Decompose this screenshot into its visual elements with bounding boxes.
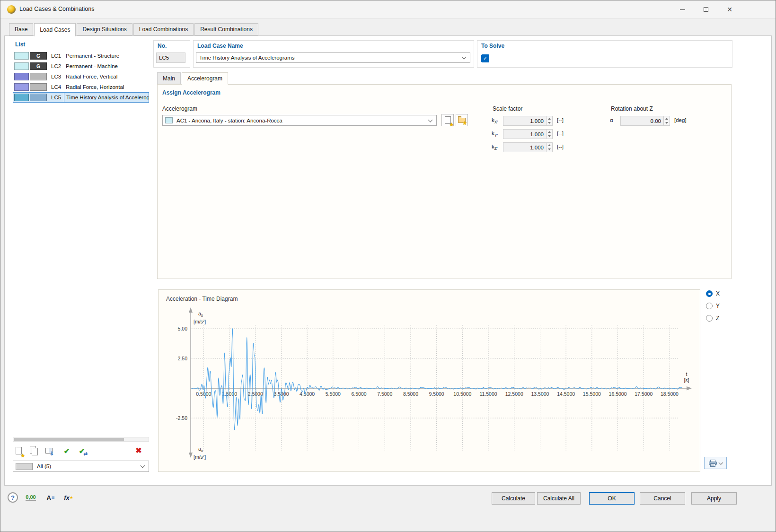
star-icon: ★ bbox=[70, 495, 73, 500]
ky-label: kY' bbox=[492, 131, 498, 138]
help-button[interactable]: ? bbox=[6, 491, 19, 504]
ky-spinner[interactable] bbox=[547, 129, 553, 139]
function-icon: fx bbox=[64, 494, 70, 501]
radio-y-label: Y bbox=[716, 303, 720, 309]
calculate-all-button[interactable]: Calculate All bbox=[537, 492, 581, 505]
new-accelerogram-button[interactable]: ★ bbox=[441, 114, 454, 126]
copy-icon-back bbox=[32, 448, 38, 455]
delete-load-case-button[interactable]: ✖ bbox=[132, 445, 145, 457]
radio-icon bbox=[706, 315, 713, 322]
list-item[interactable]: G LC1 Permanent - Structure bbox=[13, 51, 149, 61]
kz-label: kZ' bbox=[492, 144, 498, 151]
list-header: List bbox=[15, 41, 25, 48]
accelerogram-dropdown[interactable]: AC1 - Ancona, Italy - station: Ancona-Ro… bbox=[162, 115, 437, 126]
scale-factor-label: Scale factor bbox=[493, 105, 522, 112]
alpha-label: α bbox=[610, 117, 613, 123]
alpha-spinner[interactable] bbox=[664, 116, 670, 126]
print-button[interactable] bbox=[704, 457, 727, 469]
lines-icon: ≡ bbox=[52, 495, 54, 500]
load-case-name: Permanent - Structure bbox=[64, 51, 149, 61]
ky-input[interactable]: 1.000 bbox=[503, 129, 547, 139]
svg-text:10.5000: 10.5000 bbox=[453, 391, 471, 397]
app-icon bbox=[7, 5, 16, 14]
ok-button[interactable]: OK bbox=[589, 492, 635, 505]
apply-button[interactable]: Apply bbox=[691, 492, 737, 505]
scrollbar-thumb[interactable] bbox=[14, 438, 124, 441]
delete-icon: ✖ bbox=[135, 447, 141, 454]
svg-text:8.5000: 8.5000 bbox=[403, 391, 418, 397]
radio-x[interactable]: X bbox=[706, 290, 720, 297]
function-button[interactable]: fx★ bbox=[62, 491, 75, 504]
assign-accelerogram-group: Assign Accelerogram Accelerogram AC1 - A… bbox=[157, 84, 732, 279]
kx-label: kX' bbox=[492, 117, 498, 124]
list-item[interactable]: G LC2 Permanent - Machine bbox=[13, 61, 149, 71]
filter-label: All (5) bbox=[37, 463, 51, 469]
star-icon: ★ bbox=[462, 121, 467, 126]
kx-spinner[interactable] bbox=[547, 116, 553, 126]
radio-z[interactable]: Z bbox=[706, 315, 719, 322]
tab-design-situations[interactable]: Design Situations bbox=[77, 23, 132, 35]
kx-input[interactable]: 1.000 bbox=[503, 116, 547, 126]
svg-text:5.00: 5.00 bbox=[178, 326, 188, 331]
svg-text:11.5000: 11.5000 bbox=[479, 391, 497, 397]
color-swatch bbox=[14, 83, 29, 91]
load-case-id: LC1 bbox=[51, 53, 64, 59]
star-icon: ★ bbox=[20, 453, 25, 458]
main-tabstrip: Base Load Cases Design Situations Load C… bbox=[9, 23, 258, 35]
accelerogram-value: AC1 - Ancona, Italy - station: Ancona-Ro… bbox=[176, 118, 282, 123]
alpha-input[interactable]: 0.00 bbox=[620, 116, 664, 126]
color-swatch bbox=[14, 73, 29, 80]
svg-text:14.5000: 14.5000 bbox=[557, 391, 575, 397]
load-case-name-dropdown[interactable]: Time History Analysis of Accelerograms bbox=[196, 52, 470, 63]
tab-load-combinations[interactable]: Load Combinations bbox=[133, 23, 194, 35]
list-item-selected[interactable]: LC5 Time History Analysis of Accelerogra… bbox=[13, 92, 149, 103]
decimal-places-button[interactable]: 0,00 bbox=[24, 491, 37, 504]
tab-base[interactable]: Base bbox=[9, 23, 33, 35]
tab-result-combinations[interactable]: Result Combinations bbox=[194, 23, 258, 35]
list-filter-dropdown[interactable]: All (5) bbox=[13, 461, 149, 472]
tab-load-cases[interactable]: Load Cases bbox=[34, 23, 76, 36]
maximize-button[interactable] bbox=[694, 0, 718, 18]
ky-unit: [--] bbox=[557, 131, 564, 136]
chart-svg: 0.50001.50002.50003.50004.50005.50006.50… bbox=[159, 290, 700, 471]
load-case-name: Permanent - Machine bbox=[64, 61, 149, 71]
to-solve-checkbox[interactable]: ✓ bbox=[481, 54, 489, 62]
list-horizontal-scrollbar[interactable] bbox=[13, 437, 149, 442]
accelerogram-library-button[interactable]: ★ bbox=[456, 114, 468, 126]
svg-text:15.5000: 15.5000 bbox=[583, 391, 601, 397]
load-case-list: G LC1 Permanent - Structure G LC2 Perman… bbox=[13, 51, 149, 103]
decimal-places-icon: 0,00 bbox=[26, 494, 35, 501]
close-button[interactable]: ✕ bbox=[718, 0, 741, 18]
load-case-number-field[interactable]: LC5 bbox=[156, 52, 185, 63]
copy-to-button[interactable]: ⇩ bbox=[43, 445, 55, 457]
load-cases-dialog: Load Cases & Combinations ✕ Base Load Ca… bbox=[0, 0, 776, 532]
new-load-case-button[interactable]: ★ bbox=[12, 445, 25, 457]
check-all-button[interactable]: ✔ bbox=[61, 445, 73, 457]
display-settings-button[interactable]: A≡ bbox=[44, 491, 57, 504]
list-item[interactable]: LC3 Radial Force, Vertical bbox=[13, 71, 149, 82]
svg-text:1.5000: 1.5000 bbox=[222, 391, 237, 397]
tab-main[interactable]: Main bbox=[157, 72, 181, 84]
category-swatch bbox=[30, 83, 47, 91]
kz-input[interactable]: 1.000 bbox=[503, 142, 547, 152]
calculate-button[interactable]: Calculate bbox=[492, 492, 535, 505]
radio-y[interactable]: Y bbox=[706, 303, 720, 309]
chevron-down-icon bbox=[462, 55, 467, 60]
minimize-button[interactable] bbox=[670, 0, 694, 18]
load-case-name-value: Time History Analysis of Accelerograms bbox=[199, 55, 295, 61]
color-swatch bbox=[14, 62, 29, 70]
svg-text:2.50: 2.50 bbox=[178, 356, 188, 361]
category-swatch bbox=[30, 73, 47, 80]
category-swatch bbox=[30, 94, 47, 101]
star-icon: ★ bbox=[449, 122, 454, 127]
kz-spinner[interactable] bbox=[547, 142, 553, 152]
load-case-name: Radial Force, Horizontal bbox=[64, 82, 149, 92]
check-sync-button[interactable]: ✔⇄ bbox=[76, 445, 88, 457]
cancel-button[interactable]: Cancel bbox=[640, 492, 685, 505]
svg-text:16.5000: 16.5000 bbox=[609, 391, 627, 397]
kx-unit: [--] bbox=[557, 117, 564, 123]
list-item[interactable]: LC4 Radial Force, Horizontal bbox=[13, 82, 149, 92]
copy-load-case-button[interactable] bbox=[27, 445, 40, 457]
load-case-name: Radial Force, Vertical bbox=[64, 72, 149, 81]
tab-accelerogram[interactable]: Accelerogram bbox=[182, 72, 228, 85]
